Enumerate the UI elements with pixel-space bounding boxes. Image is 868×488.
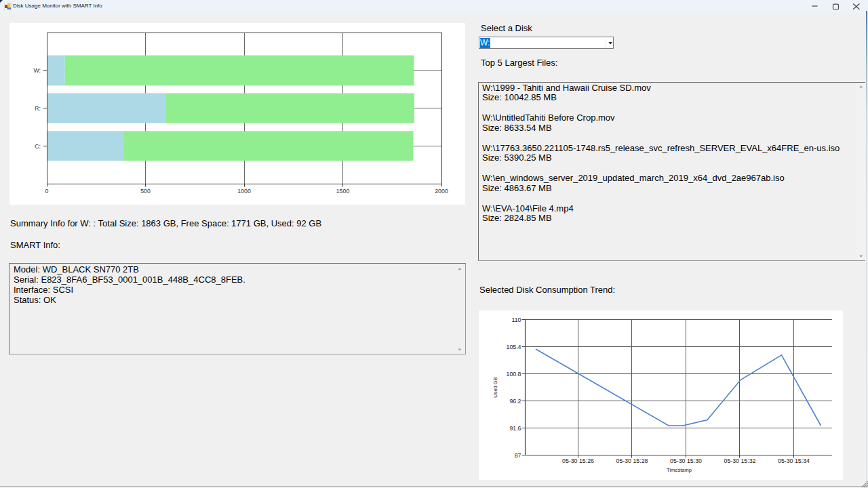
svg-text:105.4: 105.4 xyxy=(506,344,521,350)
svg-text:91.6: 91.6 xyxy=(509,425,521,432)
svg-text:87: 87 xyxy=(515,452,521,459)
svg-text:C:: C: xyxy=(35,143,41,150)
svg-text:1500: 1500 xyxy=(336,188,350,195)
svg-text:05-30 15:32: 05-30 15:32 xyxy=(724,458,756,464)
svg-text:96.2: 96.2 xyxy=(509,398,521,405)
svg-text:W:: W: xyxy=(33,67,41,74)
svg-text:Used GB: Used GB xyxy=(492,377,498,397)
svg-text:R:: R: xyxy=(35,105,41,112)
svg-text:05-30 15:30: 05-30 15:30 xyxy=(670,458,702,464)
svg-text:2000: 2000 xyxy=(435,188,448,195)
svg-text:05-30 15:26: 05-30 15:26 xyxy=(562,458,594,464)
svg-text:500: 500 xyxy=(140,188,151,195)
svg-text:100.8: 100.8 xyxy=(506,371,521,378)
svg-text:110: 110 xyxy=(511,317,521,323)
svg-text:05-30 15:28: 05-30 15:28 xyxy=(616,458,648,464)
svg-text:1000: 1000 xyxy=(237,188,251,195)
svg-text:0: 0 xyxy=(45,188,49,195)
svg-text:Timestamp: Timestamp xyxy=(667,467,692,473)
svg-text:05-30 15:34: 05-30 15:34 xyxy=(778,458,810,464)
